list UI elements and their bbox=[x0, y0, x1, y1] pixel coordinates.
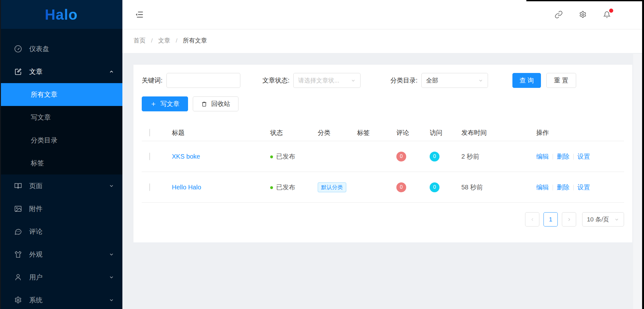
keyword-label: 关键词: bbox=[142, 76, 163, 85]
scrollbar-track[interactable] bbox=[633, 54, 642, 309]
comment-icon bbox=[14, 227, 22, 236]
page-size-value: 10 条/页 bbox=[587, 215, 609, 224]
sidebar-item-label: 外观 bbox=[29, 250, 42, 259]
sidebar-item-attachments[interactable]: 附件 bbox=[0, 197, 122, 220]
published-time: 2 秒前 bbox=[461, 141, 536, 172]
user-icon bbox=[14, 273, 22, 281]
window-edge-top bbox=[526, 0, 644, 1]
post-status-select[interactable]: 请选择文章状... bbox=[293, 73, 361, 88]
chevron-up-icon bbox=[109, 69, 114, 75]
window-edge-right bbox=[642, 0, 644, 309]
pagination: 1 10 条/页 bbox=[142, 212, 624, 227]
edit-square-icon bbox=[14, 68, 22, 76]
chevron-right-icon bbox=[567, 217, 572, 222]
window-edge-left bbox=[0, 0, 1, 309]
table-header-row: 标题 状态 分类 标签 评论 访问 发布时间 操作 bbox=[142, 125, 624, 141]
select-all-checkbox[interactable] bbox=[149, 129, 150, 136]
sidebar-item-tags[interactable]: 标签 bbox=[0, 152, 122, 174]
sidebar-item-label: 仪表盘 bbox=[29, 44, 49, 53]
breadcrumb-posts[interactable]: 文章 bbox=[158, 37, 170, 44]
breadcrumb-home[interactable]: 首页 bbox=[133, 37, 146, 44]
query-button[interactable]: 查 询 bbox=[512, 73, 541, 88]
post-title-link[interactable]: XKS boke bbox=[172, 153, 200, 160]
category-cell bbox=[318, 141, 357, 172]
prev-page-button[interactable] bbox=[525, 212, 539, 227]
sidebar-item-label: 评论 bbox=[29, 227, 42, 236]
posts-table: 标题 状态 分类 标签 评论 访问 发布时间 操作 bbox=[142, 125, 624, 203]
comments-count-badge[interactable]: 0 bbox=[396, 152, 406, 161]
menu-fold-icon[interactable] bbox=[135, 10, 144, 19]
content-area: 关键词: 文章状态: 请选择文章状... 分类目录: 全部 bbox=[122, 53, 644, 309]
category-tag[interactable]: 默认分类 bbox=[318, 182, 346, 192]
page-number-button[interactable]: 1 bbox=[543, 212, 558, 227]
sidebar-item-pages[interactable]: 页面 bbox=[0, 174, 122, 197]
header-actions bbox=[555, 10, 611, 19]
notification-badge bbox=[609, 9, 613, 13]
sidebar-item-system[interactable]: 系统 bbox=[0, 289, 122, 309]
status-text: 已发布 bbox=[276, 153, 295, 160]
halo-admin-app: Halo 仪表盘 文章 所有文章 bbox=[0, 0, 644, 309]
settings-action-link[interactable]: 设置 bbox=[577, 184, 590, 191]
sidebar-item-write-post[interactable]: 写文章 bbox=[0, 106, 122, 129]
book-icon bbox=[14, 182, 22, 190]
tags-cell bbox=[357, 141, 396, 172]
sidebar-subitem-label: 分类目录 bbox=[31, 136, 57, 145]
page-size-select[interactable]: 10 条/页 bbox=[582, 212, 624, 227]
posts-submenu: 所有文章 写文章 分类目录 标签 bbox=[0, 83, 122, 174]
category-select[interactable]: 全部 bbox=[421, 73, 488, 88]
delete-action-link[interactable]: 删除 bbox=[557, 153, 569, 160]
breadcrumb: 首页 / 文章 / 所有文章 bbox=[122, 29, 644, 53]
sidebar-item-users[interactable]: 用户 bbox=[0, 266, 122, 289]
keyword-input[interactable] bbox=[166, 73, 240, 88]
settings-action-link[interactable]: 设置 bbox=[577, 153, 590, 160]
link-icon[interactable] bbox=[555, 10, 563, 19]
sidebar-subitem-label: 标签 bbox=[31, 159, 44, 168]
next-page-button[interactable] bbox=[562, 212, 576, 227]
sidebar-item-appearance[interactable]: 外观 bbox=[0, 243, 122, 266]
chevron-down-icon bbox=[109, 252, 114, 257]
post-title-link[interactable]: Hello Halo bbox=[172, 184, 201, 191]
category-label: 分类目录: bbox=[390, 76, 418, 85]
edit-action-link[interactable]: 编辑 bbox=[536, 184, 549, 191]
image-icon bbox=[14, 205, 22, 213]
published-time: 58 秒前 bbox=[461, 172, 536, 203]
logo-area[interactable]: Halo bbox=[0, 0, 122, 29]
delete-action-link[interactable]: 删除 bbox=[557, 184, 569, 191]
visits-count-badge[interactable]: 0 bbox=[430, 182, 439, 192]
sidebar-item-categories[interactable]: 分类目录 bbox=[0, 129, 122, 152]
table-row: XKS boke 已发布 0 0 2 秒前 编辑删除设置 bbox=[142, 141, 624, 172]
column-header-title: 标题 bbox=[172, 125, 270, 141]
visits-count-badge[interactable]: 0 bbox=[430, 152, 439, 161]
action-divider bbox=[573, 185, 574, 190]
sidebar-item-label: 用户 bbox=[29, 273, 42, 282]
row-checkbox[interactable] bbox=[149, 183, 150, 191]
post-status-label: 文章状态: bbox=[263, 76, 290, 85]
halo-logo: Halo bbox=[45, 6, 78, 23]
main-area: 首页 / 文章 / 所有文章 关键词: 文章状态: 请选择文章状... bbox=[122, 0, 644, 309]
action-divider bbox=[573, 154, 574, 160]
column-header-comments: 评论 bbox=[396, 125, 430, 141]
sidebar-item-comments[interactable]: 评论 bbox=[0, 220, 122, 243]
write-post-button[interactable]: 写文章 bbox=[142, 96, 188, 111]
sidebar-item-all-posts[interactable]: 所有文章 bbox=[0, 83, 122, 106]
sidebar-item-posts[interactable]: 文章 bbox=[0, 60, 122, 83]
status-text: 已发布 bbox=[276, 184, 295, 191]
notification-bell-icon[interactable] bbox=[603, 10, 611, 19]
recycle-bin-button[interactable]: 回收站 bbox=[193, 96, 238, 111]
row-checkbox[interactable] bbox=[149, 153, 150, 160]
filter-row: 关键词: 文章状态: 请选择文章状... 分类目录: 全部 bbox=[142, 73, 624, 88]
column-header-actions: 操作 bbox=[536, 125, 624, 141]
reset-button[interactable]: 重 置 bbox=[546, 73, 576, 88]
chevron-down-icon bbox=[351, 78, 356, 83]
chevron-down-icon bbox=[614, 217, 619, 222]
breadcrumb-separator: / bbox=[176, 37, 177, 44]
comments-count-badge[interactable]: 0 bbox=[396, 182, 406, 192]
sidebar-item-dashboard[interactable]: 仪表盘 bbox=[0, 37, 122, 60]
category-select-value: 全部 bbox=[426, 76, 438, 85]
sidebar-subitem-label: 写文章 bbox=[31, 113, 51, 122]
edit-action-link[interactable]: 编辑 bbox=[536, 153, 549, 160]
plus-icon bbox=[150, 101, 157, 107]
settings-gear-icon[interactable] bbox=[579, 10, 587, 19]
dashboard-icon bbox=[14, 45, 22, 53]
gear-icon bbox=[14, 296, 22, 304]
